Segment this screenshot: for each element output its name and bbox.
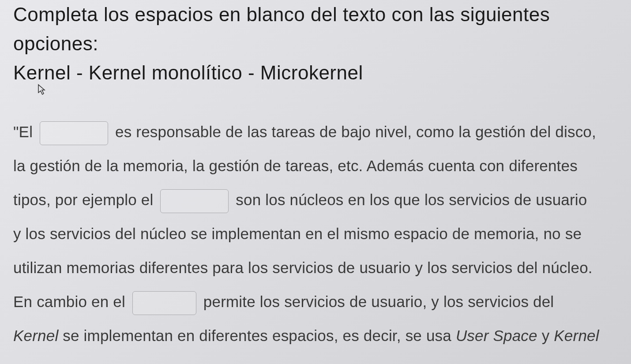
fill-in-paragraph: "El es responsable de las tareas de bajo… (13, 115, 618, 364)
text-seg3-prefix: tipos, por ejemplo el (13, 191, 158, 208)
instruction-line1: Completa los espacios en blanco del text… (13, 4, 550, 25)
text-seg5: utilizan memorias diferentes para los se… (13, 259, 593, 276)
text-seg6-suffix: permite los servicios de usuario, y los … (199, 293, 554, 310)
text-seg8-space: Space." (13, 361, 68, 364)
options-list: Kernel - Kernel monolítico - Microkernel (13, 62, 618, 84)
instruction-text: Completa los espacios en blanco del text… (13, 0, 618, 58)
text-seg7-y: y (537, 327, 554, 344)
text-seg1-suffix: es responsable de las tareas de bajo niv… (111, 123, 596, 140)
mouse-cursor-icon (38, 84, 46, 95)
text-seg7-kernelspace: Kernel (554, 327, 599, 344)
text-seg4: y los servicios del núcleo se implementa… (13, 225, 582, 242)
text-seg1-prefix: "El (13, 123, 37, 140)
instruction-line2: opciones: (13, 33, 98, 54)
text-seg7-userspace: User Space (456, 327, 537, 344)
text-seg6-prefix: En cambio en el (13, 293, 130, 310)
blank-input-2[interactable] (160, 189, 229, 213)
text-seg7-mid: se implementan en diferentes espacios, e… (58, 327, 456, 344)
text-seg3-suffix: son los núcleos en los que los servicios… (231, 191, 587, 208)
blank-input-3[interactable] (132, 291, 196, 315)
blank-input-1[interactable] (40, 121, 108, 145)
text-seg7-kernel: Kernel (13, 327, 58, 344)
text-seg2: la gestión de la memoria, la gestión de … (13, 157, 578, 174)
